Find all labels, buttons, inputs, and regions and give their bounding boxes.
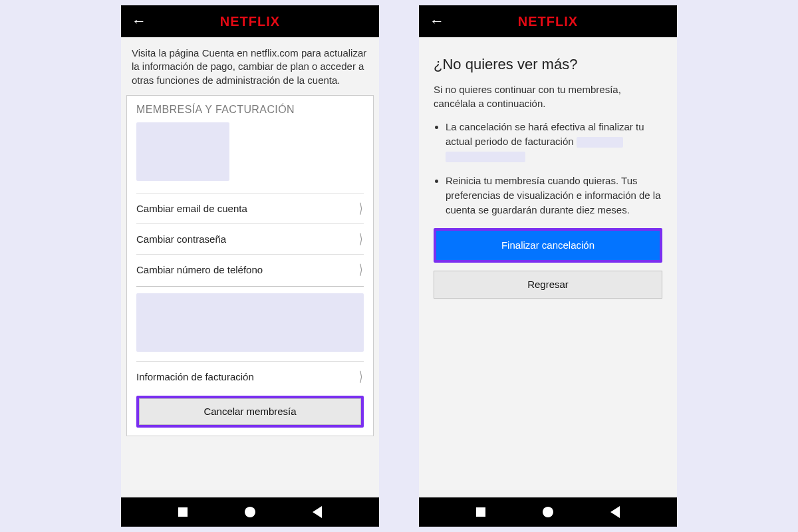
chevron-right-icon: ⟩ xyxy=(359,263,363,276)
row-billing-info[interactable]: Información de facturación ⟩ xyxy=(136,361,364,392)
netflix-logo: NETFLIX xyxy=(220,14,280,29)
android-navbar xyxy=(419,497,677,527)
membership-card: MEMBRESÍA Y FACTURACIÓN Cambiar email de… xyxy=(126,95,374,436)
row-label: Cambiar número de teléfono xyxy=(136,264,263,275)
bullet-restart-info: Reinicia tu membresía cuando quieras. Tu… xyxy=(446,174,662,217)
phone-right-cancel: ← NETFLIX ¿No quieres ver más? Si no qui… xyxy=(419,5,677,527)
chevron-right-icon: ⟩ xyxy=(359,370,363,383)
nav-back-icon[interactable] xyxy=(610,506,620,518)
finish-cancellation-button[interactable]: Finalizar cancelación xyxy=(436,231,660,260)
nav-home-icon[interactable] xyxy=(543,507,553,517)
netflix-logo: NETFLIX xyxy=(518,14,578,29)
account-content: Visita la página Cuenta en netflix.com p… xyxy=(121,37,379,497)
cancel-buttons: Finalizar cancelación Regresar xyxy=(419,228,677,299)
row-label: Cambiar email de cuenta xyxy=(136,203,247,214)
membership-section-title: MEMBRESÍA Y FACTURACIÓN xyxy=(136,104,364,116)
row-change-phone[interactable]: Cambiar número de teléfono ⟩ xyxy=(136,254,364,285)
redacted-account-info xyxy=(136,122,229,181)
redacted-date xyxy=(577,137,623,148)
bullet-effective-date: La cancelación se hará efectiva al final… xyxy=(446,120,662,163)
cancel-heading: ¿No quieres ver más? xyxy=(419,37,677,78)
android-navbar xyxy=(121,497,379,527)
back-arrow-icon[interactable]: ← xyxy=(121,14,157,29)
app-bar: ← NETFLIX xyxy=(121,5,379,37)
cancel-membership-button[interactable]: Cancelar membresía xyxy=(139,398,361,425)
cancel-subtext: Si no quieres continuar con tu membresía… xyxy=(419,78,677,120)
nav-home-icon[interactable] xyxy=(245,507,255,517)
row-change-password[interactable]: Cambiar contraseña ⟩ xyxy=(136,223,364,254)
bullet-text: Reinicia tu membresía cuando quieras. Tu… xyxy=(446,175,661,215)
nav-recents-icon[interactable] xyxy=(178,507,188,517)
chevron-right-icon: ⟩ xyxy=(359,232,363,245)
cancel-highlight: Cancelar membresía xyxy=(136,396,364,428)
row-label: Información de facturación xyxy=(136,371,254,382)
return-button[interactable]: Regresar xyxy=(434,271,662,299)
row-change-email[interactable]: Cambiar email de cuenta ⟩ xyxy=(136,193,364,223)
cancel-content: ¿No quieres ver más? Si no quieres conti… xyxy=(419,37,677,497)
nav-back-icon[interactable] xyxy=(313,506,322,518)
section-divider xyxy=(136,286,364,287)
app-bar: ← NETFLIX xyxy=(419,5,677,37)
chevron-right-icon: ⟩ xyxy=(359,201,363,215)
account-intro-text: Visita la página Cuenta en netflix.com p… xyxy=(121,37,379,95)
row-label: Cambiar contraseña xyxy=(136,233,226,245)
redacted-date-line2 xyxy=(446,152,525,162)
back-arrow-icon[interactable]: ← xyxy=(419,14,455,29)
cancel-bullet-list: La cancelación se hará efectiva al final… xyxy=(419,120,677,217)
nav-recents-icon[interactable] xyxy=(476,507,485,517)
phone-left-account: ← NETFLIX Visita la página Cuenta en net… xyxy=(121,5,379,527)
finish-highlight: Finalizar cancelación xyxy=(434,228,662,263)
redacted-payment-info xyxy=(136,293,364,352)
